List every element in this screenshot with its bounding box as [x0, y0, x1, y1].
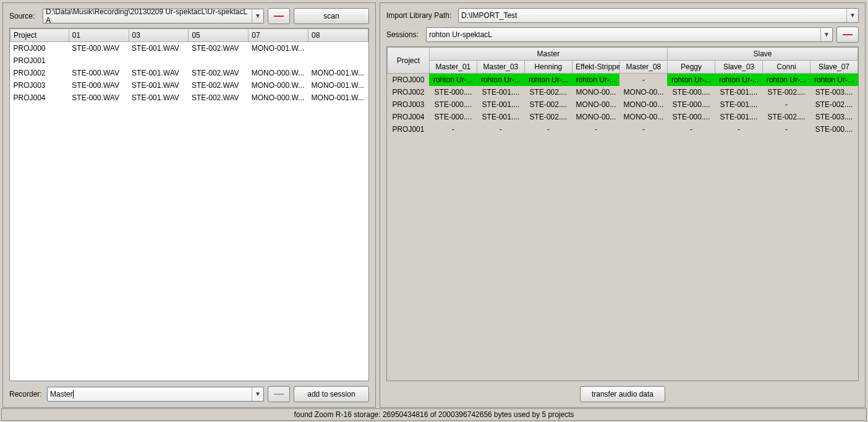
table-row[interactable]: PROJ002STE-000.WAVSTE-001.WAVSTE-002.WAV… — [11, 67, 368, 79]
table-cell[interactable]: STE-000.WAV — [69, 79, 129, 92]
table-cell[interactable]: rohton Ur-... — [810, 74, 857, 87]
table-cell[interactable]: - — [619, 123, 667, 136]
table-cell[interactable]: PROJ002 — [11, 67, 69, 79]
table-cell[interactable]: MONO-000.W... — [249, 79, 308, 92]
track-column-header[interactable]: Slave_03 — [715, 61, 762, 74]
table-cell[interactable]: STE-003.... — [810, 86, 857, 98]
table-row[interactable]: PROJ000rohton Ur-...rohton Ur-...rohton … — [387, 74, 857, 87]
table-cell[interactable]: - — [762, 98, 810, 111]
table-cell[interactable] — [308, 54, 368, 67]
source-grid-header[interactable]: Project0103050708 — [11, 29, 368, 42]
table-row[interactable]: PROJ004STE-000....STE-001....STE-002....… — [387, 111, 857, 123]
table-cell[interactable]: rohton Ur-... — [429, 74, 477, 87]
table-row[interactable]: PROJ003STE-000....STE-001....STE-002....… — [387, 98, 857, 111]
table-cell[interactable]: rohton Ur-... — [762, 74, 810, 87]
add-to-session-button[interactable]: add to session — [294, 386, 369, 402]
table-cell[interactable]: PROJ004 — [11, 92, 69, 104]
track-column-header[interactable]: Conni — [762, 61, 810, 74]
table-row[interactable]: PROJ004STE-000.WAVSTE-001.WAVSTE-002.WAV… — [11, 92, 368, 104]
column-header[interactable]: 07 — [249, 29, 308, 42]
table-cell[interactable]: STE-000.... — [429, 98, 477, 111]
project-column-header[interactable]: Project — [387, 48, 429, 74]
sessions-combo[interactable]: rohton Ur-spektacL ▼ — [426, 27, 833, 42]
table-cell[interactable]: STE-001.... — [715, 86, 762, 98]
column-header[interactable]: 08 — [308, 29, 368, 42]
dropdown-arrow-icon[interactable]: ▼ — [252, 9, 263, 23]
table-cell[interactable] — [308, 42, 368, 55]
table-cell[interactable]: STE-002.... — [762, 111, 810, 123]
table-cell[interactable]: STE-000.WAV — [69, 67, 129, 79]
table-cell[interactable]: PROJ003 — [11, 79, 69, 92]
dropdown-arrow-icon[interactable]: ▼ — [820, 28, 832, 41]
table-cell[interactable]: STE-002.... — [810, 98, 857, 111]
table-cell[interactable]: MONO-000.W... — [249, 67, 308, 79]
table-cell[interactable]: STE-003.... — [810, 111, 857, 123]
table-cell[interactable]: - — [762, 123, 810, 136]
table-cell[interactable]: STE-001.... — [477, 86, 524, 98]
source-remove-button[interactable]: — — [268, 8, 290, 24]
source-grid[interactable]: Project0103050708 PROJ000STE-000.WAVSTE-… — [9, 28, 369, 381]
table-cell[interactable]: PROJ001 — [11, 54, 69, 67]
table-cell[interactable]: STE-000.... — [667, 111, 715, 123]
table-cell[interactable]: - — [619, 74, 667, 87]
column-header[interactable]: 05 — [189, 29, 249, 42]
table-cell[interactable]: MONO-001.W... — [249, 42, 308, 55]
track-column-header[interactable]: Master_03 — [477, 61, 524, 74]
dropdown-arrow-icon[interactable]: ▼ — [252, 387, 263, 401]
table-cell[interactable]: STE-002.... — [524, 86, 572, 98]
transfer-audio-button[interactable]: transfer audio data — [580, 386, 665, 402]
table-cell[interactable]: - — [715, 123, 762, 136]
sessions-grid-track-header[interactable]: Master_01Master_03HenningEffekt-StrippeM… — [387, 61, 857, 74]
table-cell[interactable]: MONO-001.W... — [308, 67, 368, 79]
table-cell[interactable]: - — [524, 123, 572, 136]
table-cell[interactable]: STE-001.WAV — [129, 79, 189, 92]
table-cell[interactable]: STE-001.... — [715, 98, 762, 111]
scan-button[interactable]: scan — [294, 8, 369, 24]
source-combo[interactable]: D:\Data\Musik\Recording\20130209 Ur-spek… — [43, 9, 264, 24]
table-cell[interactable]: STE-002.WAV — [189, 67, 249, 79]
table-cell[interactable]: STE-000.... — [429, 86, 477, 98]
table-cell[interactable]: rohton Ur-... — [667, 74, 715, 87]
table-cell[interactable] — [249, 54, 308, 67]
project-cell[interactable]: PROJ001 — [387, 123, 429, 136]
track-column-header[interactable]: Effekt-Strippe — [572, 61, 619, 74]
table-row[interactable]: PROJ003STE-000.WAVSTE-001.WAVSTE-002.WAV… — [11, 79, 368, 92]
table-row[interactable]: PROJ000STE-000.WAVSTE-001.WAVSTE-002.WAV… — [11, 42, 368, 55]
track-column-header[interactable]: Master_08 — [619, 61, 667, 74]
recorder-remove-button[interactable]: — — [268, 386, 290, 402]
table-cell[interactable]: rohton Ur-... — [715, 74, 762, 87]
column-header[interactable]: 01 — [69, 29, 129, 42]
table-cell[interactable]: STE-000.... — [667, 86, 715, 98]
table-cell[interactable]: MONO-001.W... — [308, 79, 368, 92]
track-column-header[interactable]: Henning — [524, 61, 572, 74]
project-cell[interactable]: PROJ002 — [387, 86, 429, 98]
recorder-input[interactable]: Master ▼ — [47, 387, 264, 402]
table-cell[interactable] — [69, 54, 129, 67]
import-path-combo[interactable]: D:\IMPORT_Test ▼ — [458, 8, 859, 23]
column-header[interactable]: 03 — [129, 29, 189, 42]
table-cell[interactable]: MONO-000.W... — [249, 92, 308, 104]
track-column-header[interactable]: Slave_07 — [810, 61, 857, 74]
table-cell[interactable]: rohton Ur-... — [572, 74, 619, 87]
project-cell[interactable]: PROJ003 — [387, 98, 429, 111]
table-cell[interactable] — [129, 54, 189, 67]
table-cell[interactable]: STE-002.WAV — [189, 79, 249, 92]
table-cell[interactable]: STE-001.... — [477, 98, 524, 111]
table-cell[interactable]: MONO-00... — [572, 86, 619, 98]
table-cell[interactable]: STE-002.WAV — [189, 42, 249, 55]
table-cell[interactable]: MONO-00... — [619, 98, 667, 111]
table-cell[interactable]: MONO-00... — [619, 111, 667, 123]
table-cell[interactable]: STE-002.... — [762, 86, 810, 98]
table-cell[interactable]: MONO-001.W... — [308, 92, 368, 104]
table-cell[interactable]: - — [572, 123, 619, 136]
table-cell[interactable]: STE-000.WAV — [69, 42, 129, 55]
project-cell[interactable]: PROJ004 — [387, 111, 429, 123]
table-cell[interactable]: STE-000.... — [667, 98, 715, 111]
table-cell[interactable]: PROJ000 — [11, 42, 69, 55]
track-column-header[interactable]: Peggy — [667, 61, 715, 74]
table-cell[interactable]: rohton Ur-... — [477, 74, 524, 87]
table-cell[interactable]: STE-002.... — [524, 111, 572, 123]
table-cell[interactable] — [189, 54, 249, 67]
table-cell[interactable]: STE-001.WAV — [129, 42, 189, 55]
session-remove-button[interactable]: — — [836, 27, 859, 43]
